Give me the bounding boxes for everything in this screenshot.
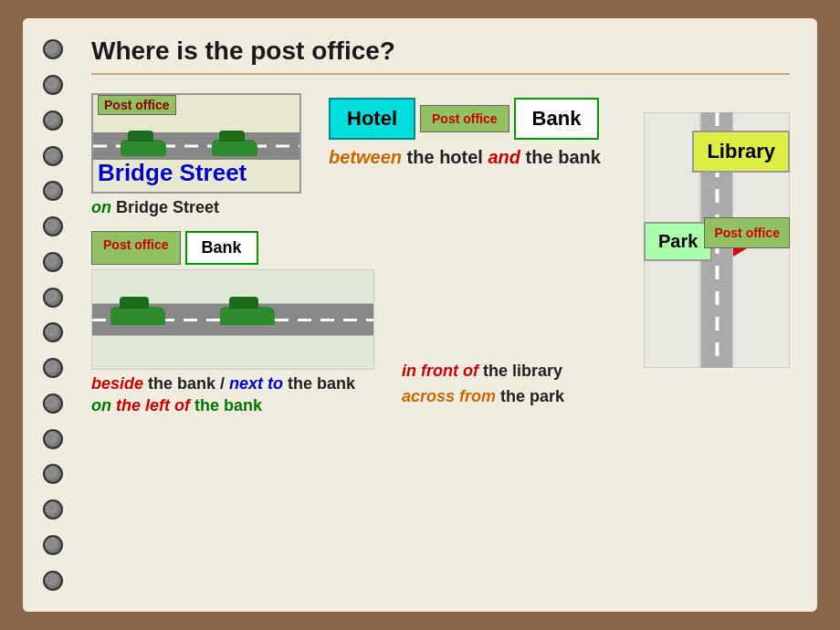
section-between: Hotel Post office Bank between the hotel… (329, 93, 601, 217)
on-left-keyword: on (91, 396, 111, 415)
spiral-ring (43, 288, 63, 308)
on-keyword: on (91, 198, 111, 216)
beside-car-1 (110, 303, 165, 329)
park-box: Park (644, 222, 712, 261)
between-caption: between the hotel and the bank (329, 147, 601, 168)
hotel-box: Hotel (329, 98, 415, 140)
car-roof (120, 297, 149, 309)
beside-keyword: beside (91, 374, 143, 393)
car-body (110, 307, 165, 325)
spiral-ring (43, 394, 63, 414)
spiral-ring (43, 464, 63, 484)
between-keyword: between (329, 147, 402, 167)
post-office-badge-bridge: Post office (98, 95, 176, 115)
vertical-road-wrapper: Library Park Post office (644, 112, 790, 368)
spiral-ring (43, 110, 63, 131)
post-office-badge-between: Post office (420, 105, 509, 132)
spiral-ring (43, 571, 63, 591)
post-office-badge-beside: Post office (91, 231, 181, 265)
spiral-ring (43, 75, 63, 95)
in-front-caption: in front of the library (402, 362, 562, 381)
page-title: Where is the post office? (91, 37, 790, 66)
spiral-ring (43, 358, 63, 378)
spiral-ring (43, 216, 63, 236)
spiral-ring (43, 39, 63, 59)
spiral-ring (43, 322, 63, 342)
car-body (212, 140, 257, 156)
beside-road-image (91, 269, 374, 370)
page-content: Where is the post office? Post office (82, 18, 817, 612)
across-caption: across from the park (402, 387, 564, 406)
spiral-ring (43, 181, 63, 201)
car-1 (121, 136, 166, 158)
spiral-ring (43, 535, 63, 555)
beside-car-2 (220, 303, 275, 329)
spiral-binding (23, 18, 82, 612)
section-bridge: Post office Bridge Street on Bridge Stre… (91, 93, 301, 217)
title-divider (91, 73, 790, 75)
library-box: Library (692, 131, 790, 173)
spiral-ring (43, 429, 63, 449)
beside-caption: beside the bank / next to the bank (91, 374, 374, 394)
across-keyword: across from (402, 387, 496, 405)
beside-labels-row: Post office Bank (91, 231, 374, 265)
left-of-caption: on the left of the bank (91, 396, 374, 415)
spiral-ring (43, 499, 63, 520)
post-office-badge-front: Post office (704, 217, 790, 248)
spiral-ring (43, 146, 63, 166)
in-front-keyword: in front of (402, 362, 478, 380)
between-boxes-row: Hotel Post office Bank (329, 98, 601, 140)
spiral-ring (43, 252, 63, 272)
lower-row: Post office Bank (91, 231, 790, 415)
left-of-keyword: the left of (116, 396, 190, 415)
section-front: Library Park Post office in front of the… (402, 231, 790, 415)
section-beside: Post office Bank (91, 231, 374, 415)
car-2 (212, 136, 257, 158)
car-body (220, 307, 275, 325)
on-bridge-caption: on Bridge Street (91, 198, 301, 217)
bridge-street-label: Bridge Street (98, 159, 247, 187)
car-roof (229, 297, 258, 309)
bank-box: Bank (514, 98, 600, 140)
next-to-keyword: next to (229, 374, 283, 393)
car-body (121, 140, 166, 156)
bridge-street-image: Post office Bridge Street (91, 93, 301, 194)
and-keyword: and (488, 147, 520, 167)
bank-box-beside: Bank (185, 231, 258, 265)
notebook: Where is the post office? Post office (23, 18, 817, 612)
